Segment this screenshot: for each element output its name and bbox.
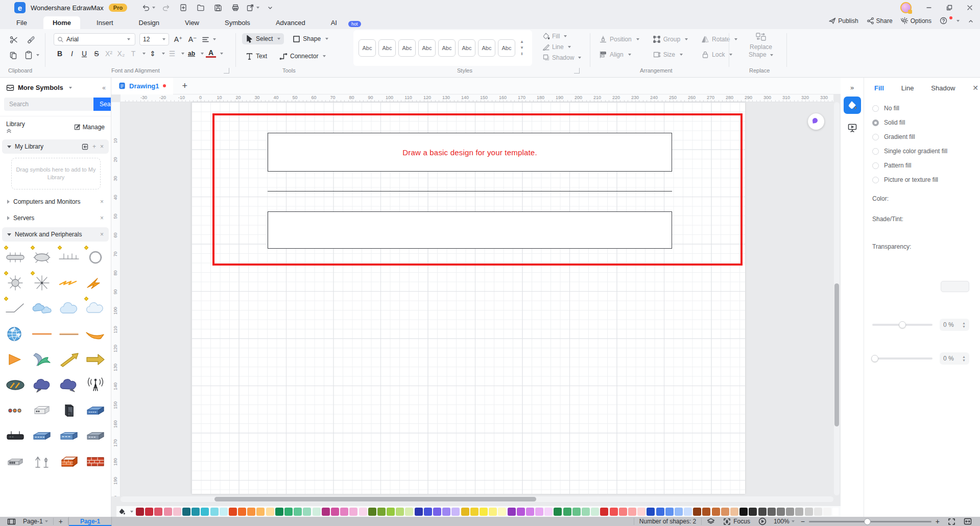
import-symbols-icon[interactable] [82,144,88,150]
text-tool-button[interactable]: Text [242,51,271,62]
color-swatch[interactable] [173,508,181,516]
symbol-item[interactable] [56,449,82,474]
shade-value-spinner[interactable]: 0 %▲▼ [940,319,969,331]
fill-color-swatch[interactable] [941,281,969,292]
color-swatch[interactable] [340,508,348,516]
style-preset[interactable]: Abc [478,39,495,57]
color-swatch[interactable] [415,508,423,516]
menu-tab[interactable]: View [176,16,208,29]
lock-button[interactable]: Lock [701,51,737,59]
color-swatch[interactable] [619,508,627,516]
symbol-item[interactable] [2,347,29,372]
account-avatar[interactable] [900,2,912,13]
color-swatch[interactable] [832,508,839,516]
color-swatch[interactable] [526,508,534,516]
color-swatch[interactable] [656,508,664,516]
add-page-button[interactable]: + [59,517,63,525]
zoom-slider-knob[interactable] [864,518,871,525]
symbol-item[interactable] [29,321,55,347]
color-swatch[interactable] [396,508,404,516]
color-swatch[interactable] [730,508,738,516]
symbol-item[interactable] [2,423,29,449]
fill-option[interactable]: Gradient fill [864,130,980,144]
format-painter-button[interactable] [27,35,36,44]
size-button[interactable]: Size [653,51,688,59]
font-size-select[interactable] [139,33,169,45]
style-preset[interactable]: Abc [418,39,436,57]
color-swatch[interactable] [294,508,302,516]
new-document-tab-button[interactable]: + [182,81,188,91]
section-network-and-peripherals[interactable]: Network and Peripherals × [2,227,109,242]
symbol-item[interactable] [56,296,82,321]
print-button[interactable] [228,2,243,13]
color-swatch[interactable] [628,508,636,516]
font-color-button[interactable]: A [206,50,216,58]
group-button[interactable]: Group [653,35,688,43]
symbol-item[interactable] [82,423,109,449]
fullscreen-icon[interactable] [948,518,955,525]
color-swatch[interactable] [544,508,553,516]
panel-tab[interactable]: Fill [874,84,884,92]
symbol-item[interactable] [82,372,109,398]
zoom-out-button[interactable]: − [801,517,805,525]
color-swatch[interactable] [405,508,413,516]
align-button[interactable] [202,36,216,43]
color-swatch[interactable] [665,508,674,516]
style-preset[interactable]: Abc [358,39,376,57]
layers-icon[interactable] [707,518,715,525]
symbol-item[interactable] [56,245,82,270]
color-swatch[interactable] [331,508,339,516]
template-divider-line[interactable] [268,191,672,192]
color-swatch[interactable] [591,508,599,516]
color-swatch[interactable] [786,508,794,516]
symbol-item[interactable] [56,372,82,398]
list-button[interactable]: ☰ [167,50,177,58]
page-tab[interactable]: Page-1 [68,517,112,526]
close-section-icon[interactable]: × [100,198,104,205]
color-swatch[interactable] [739,508,748,516]
font-dialog-expander-icon[interactable] [224,68,229,74]
style-preset[interactable]: Abc [438,39,456,57]
fill-option[interactable]: Picture or texture fill [864,173,980,187]
color-swatch[interactable] [303,508,311,516]
color-swatch[interactable] [814,508,822,516]
symbol-item[interactable] [29,372,55,398]
symbol-item[interactable] [82,398,109,423]
fill-option[interactable]: No fill [864,101,980,115]
color-swatch[interactable] [238,508,246,516]
color-swatch[interactable] [721,508,729,516]
color-swatch[interactable] [693,508,701,516]
panel-tab[interactable]: Line [901,84,914,92]
symbol-search-input[interactable] [4,98,93,111]
page-selector[interactable]: Page-1 [23,518,43,525]
symbol-item[interactable] [29,296,55,321]
color-swatch[interactable] [582,508,590,516]
transparency-slider[interactable] [872,357,933,360]
styles-gallery-arrows[interactable]: ▲▼⇟ [520,40,524,56]
symbol-item[interactable] [29,423,55,449]
fill-option[interactable]: Solid fill [864,115,980,130]
symbol-item[interactable] [2,449,29,474]
publish-button[interactable]: Publish [828,17,858,25]
color-swatch[interactable] [554,508,562,516]
symbol-item[interactable] [2,372,29,398]
vscroll-thumb[interactable] [834,283,839,426]
color-swatch[interactable] [758,508,767,516]
symbol-item[interactable] [82,296,109,321]
text-case-button[interactable]: T [128,50,138,58]
symbol-item[interactable] [56,423,82,449]
color-swatch[interactable] [508,508,516,516]
symbol-item[interactable] [29,449,55,474]
my-library-section[interactable]: My Library + × [2,139,109,154]
close-button[interactable] [960,0,980,15]
color-swatch[interactable] [349,508,357,516]
color-swatch[interactable] [442,508,450,516]
color-swatch[interactable] [795,508,803,516]
paste-button[interactable] [25,51,39,60]
zoom-value[interactable]: 100% [774,518,790,525]
color-swatch[interactable] [451,508,460,516]
menu-tab[interactable]: Advanced [267,16,315,29]
color-swatch[interactable] [387,508,395,516]
menu-tab[interactable]: Insert [87,16,123,29]
replace-shape-button[interactable]: ReplaceShape [743,32,779,59]
